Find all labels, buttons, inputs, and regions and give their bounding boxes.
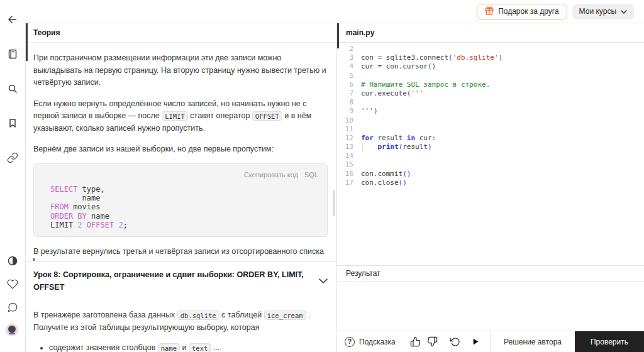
- lesson-title: Урок 8: Сортировка, ограничение и сдвиг …: [33, 269, 319, 294]
- heart-icon[interactable]: [6, 277, 19, 291]
- avatar-figure-base: [9, 333, 15, 334]
- theory-title: Теория: [33, 28, 60, 37]
- theory-panel-header: Теория: [26, 23, 336, 43]
- gift-button-label: Подарок за друга: [498, 7, 558, 16]
- avatar-figure: [8, 326, 16, 333]
- rail-bottom-group: [6, 254, 19, 346]
- code-line: 8: [337, 98, 644, 107]
- code-line: 9'''): [337, 107, 644, 116]
- chevron-down-icon: [319, 275, 328, 288]
- reset-code-icon[interactable]: [450, 337, 460, 347]
- courses-button-label: Мои курсы: [579, 7, 616, 16]
- code-editor[interactable]: 23con = sqlite3.connect('db.sqlite')4cur…: [337, 43, 644, 265]
- chat-icon[interactable]: [6, 300, 19, 314]
- code-line: name: [43, 193, 318, 202]
- editor-tab-bar: main.py: [337, 23, 644, 43]
- bookmark-icon[interactable]: [6, 116, 19, 130]
- code-line: 15: [337, 160, 644, 169]
- code-language-label: SQL: [304, 169, 318, 182]
- gift-icon: [485, 6, 494, 17]
- check-button[interactable]: Проверить: [575, 331, 644, 352]
- code-line: 11: [337, 125, 644, 134]
- content-area: Теория При постраничном размещении инфор…: [25, 23, 644, 352]
- code-line: 3con = sqlite3.connect('db.sqlite'): [337, 53, 644, 62]
- code-line: 17con.close(): [337, 179, 644, 187]
- back-arrow-icon[interactable]: [6, 13, 19, 26]
- link-icon[interactable]: [6, 151, 19, 165]
- task-intro: В тренажёре заготовлена база данных db.s…: [33, 309, 328, 334]
- code-line: 7cur.execute(''': [337, 89, 644, 98]
- theory-panel: Теория При постраничном размещении инфор…: [25, 23, 337, 352]
- code-line: 10: [337, 116, 644, 125]
- code-line: 12for result in cur:: [337, 134, 644, 143]
- main-column: Подарок за друга Мои курсы Теория При по…: [25, 0, 644, 352]
- theory-content: При постраничном размещении информации э…: [26, 43, 336, 352]
- gift-for-friend-button[interactable]: Подарок за друга: [477, 4, 567, 19]
- copy-code-button[interactable]: Скопировать код: [244, 169, 298, 182]
- hint-button[interactable]: ? Подсказка: [337, 337, 396, 347]
- code-line: 13 print(result): [337, 143, 644, 151]
- code-line: 6# Напишите SQL запрос в строке.: [337, 80, 644, 89]
- code-line: ORDER BY name: [43, 211, 318, 220]
- theory-paragraph: Вернём две записи из нашей выборки, но д…: [26, 143, 336, 156]
- code-line: 14: [337, 151, 644, 160]
- theory-scroll-indicator[interactable]: [26, 23, 28, 61]
- my-courses-button[interactable]: Мои курсы: [572, 4, 634, 19]
- code-line: 16con.commit(): [337, 170, 644, 179]
- code-line: SELECT type,: [43, 184, 318, 193]
- code-card-meta: Скопировать код SQL: [43, 169, 318, 182]
- user-avatar[interactable]: [6, 324, 18, 336]
- editor-scroll-indicator[interactable]: [337, 23, 339, 48]
- result-title: Результат: [346, 269, 380, 278]
- run-code-icon[interactable]: [472, 337, 480, 346]
- tab-main-py[interactable]: main.py: [346, 28, 374, 37]
- theory-paragraph: При постраничном размещении информации э…: [26, 52, 336, 89]
- top-bar: Подарок за друга Мои курсы: [25, 0, 644, 23]
- result-output-area: [337, 282, 644, 331]
- code-panel: main.py 23con = sqlite3.connect('db.sqli…: [337, 23, 644, 352]
- sql-example-block: Скопировать код SQL SELECT type, nameFRO…: [33, 163, 328, 237]
- chevron-down-icon: [621, 7, 627, 16]
- search-icon[interactable]: [6, 82, 19, 96]
- code-line: LIMIT 2 OFFSET 2;: [43, 220, 318, 229]
- theme-contrast-icon[interactable]: [6, 254, 19, 268]
- book-icon[interactable]: [6, 47, 19, 61]
- author-solution-button[interactable]: Решение автора: [491, 338, 575, 346]
- left-icon-rail: [0, 0, 25, 352]
- thumbs-down-icon[interactable]: [427, 336, 438, 347]
- theory-scrollbar-thumb[interactable]: [333, 190, 335, 216]
- task-bullet: содержит значения столбцов name и text .…: [49, 342, 328, 352]
- theory-paragraph: Если нужно вернуть определённое число за…: [26, 98, 336, 135]
- code-line: 5: [337, 72, 644, 80]
- code-line: 2: [337, 45, 644, 53]
- code-line: 4cur = con.cursor(): [337, 62, 644, 71]
- theory-paragraph: В результате вернулись третья и четвёрта…: [26, 246, 336, 258]
- code-line: FROM movies: [43, 202, 318, 211]
- result-panel-header: Результат: [337, 265, 644, 282]
- lesson-task-body: В тренажёре заготовлена база данных db.s…: [26, 300, 336, 352]
- app-window: Подарок за друга Мои курсы Теория При по…: [0, 0, 644, 352]
- lesson-accordion-header[interactable]: Урок 8: Сортировка, ограничение и сдвиг …: [26, 261, 336, 300]
- task-bullet-list: содержит значения столбцов name и text .…: [33, 342, 328, 352]
- sql-code: SELECT type, nameFROM moviesORDER BY nam…: [43, 184, 318, 229]
- question-circle-icon: ?: [345, 337, 355, 347]
- hint-button-label: Подсказка: [359, 338, 396, 346]
- thumbs-up-icon[interactable]: [410, 336, 421, 347]
- action-bar: ? Подсказка: [337, 331, 644, 352]
